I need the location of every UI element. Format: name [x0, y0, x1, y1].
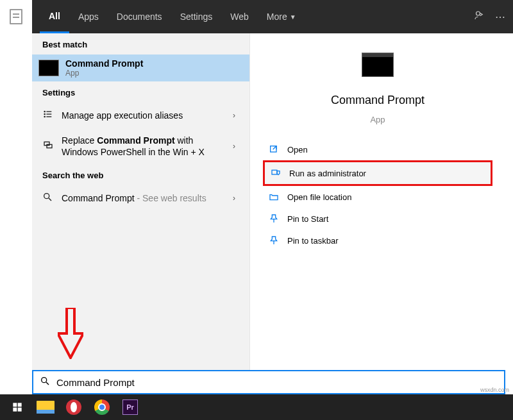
preview-subtitle: App [370, 115, 385, 124]
result-command-prompt[interactable]: Command Prompt App [32, 55, 249, 81]
tab-more[interactable]: More▼ [258, 0, 305, 33]
svg-rect-21 [18, 408, 22, 412]
svg-line-17 [46, 382, 49, 385]
annotation-arrow [58, 308, 83, 359]
preview-pane: Command Prompt App Open Run as administr… [250, 33, 505, 374]
left-rail [0, 0, 32, 33]
tab-documents[interactable]: Documents [108, 0, 171, 33]
document-icon [10, 9, 22, 24]
taskbar-chrome[interactable] [90, 397, 114, 417]
action-label: Open file location [287, 192, 351, 202]
tab-settings[interactable]: Settings [171, 0, 222, 33]
app-icon-large [362, 53, 394, 77]
chevron-right-icon: › [233, 111, 239, 120]
action-label: Open [287, 145, 308, 155]
result-subtitle: App [65, 69, 243, 78]
best-match-label: Best match [32, 33, 249, 55]
taskbar-opera[interactable] [62, 397, 86, 417]
web-result-text: Command Prompt - See web results [62, 193, 225, 203]
chevron-right-icon: › [233, 142, 239, 151]
web-result-command-prompt[interactable]: Command Prompt - See web results › [32, 185, 249, 211]
result-text: Command Prompt App [65, 58, 243, 78]
result-title: Command Prompt [65, 58, 243, 69]
settings-item-replace-powershell[interactable]: Replace Command Prompt with Windows Powe… [32, 128, 249, 164]
list-icon [42, 109, 54, 122]
search-icon [42, 192, 54, 205]
settings-item-aliases[interactable]: Manage app execution aliases › [32, 103, 249, 128]
svg-point-6 [44, 116, 45, 117]
svg-point-5 [44, 113, 45, 114]
action-run-as-administrator[interactable]: Run as administrator [263, 160, 492, 186]
header-right: ⋯ [473, 10, 513, 24]
tab-web[interactable]: Web [221, 0, 258, 33]
tab-all[interactable]: All [40, 0, 69, 33]
pin-taskbar-icon [268, 235, 280, 246]
svg-rect-18 [13, 403, 17, 407]
search-header: All Apps Documents Settings Web More▼ ⋯ [32, 0, 513, 33]
action-open[interactable]: Open [263, 139, 492, 160]
settings-item-text: Manage app execution aliases [62, 110, 225, 121]
svg-line-10 [49, 198, 51, 201]
action-label: Run as administrator [289, 169, 366, 178]
action-label: Pin to taskbar [287, 236, 339, 246]
svg-point-16 [42, 378, 47, 383]
settings-label: Settings [32, 81, 249, 103]
search-icon [40, 376, 50, 389]
pin-start-icon [268, 213, 280, 224]
preview-header: Command Prompt App [250, 53, 505, 139]
svg-rect-20 [13, 408, 17, 412]
action-pin-to-start[interactable]: Pin to Start [263, 208, 492, 230]
action-pin-to-taskbar[interactable]: Pin to taskbar [263, 230, 492, 251]
more-options-icon[interactable]: ⋯ [495, 11, 505, 23]
feedback-icon[interactable] [473, 10, 485, 24]
chevron-down-icon: ▼ [290, 13, 296, 21]
svg-rect-13 [272, 170, 277, 174]
open-icon [268, 144, 280, 155]
start-button[interactable] [5, 397, 29, 417]
svg-line-12 [273, 146, 276, 149]
action-label: Pin to Start [287, 214, 328, 224]
taskbar-premiere[interactable]: Pr [118, 397, 142, 417]
svg-rect-19 [18, 403, 22, 407]
search-panel: Best match Command Prompt App Settings M… [32, 33, 505, 374]
shield-icon [270, 167, 282, 179]
action-list: Open Run as administrator Open file loca… [250, 139, 505, 251]
taskbar: Pr [0, 394, 513, 420]
chevron-right-icon: › [233, 194, 239, 203]
preview-title: Command Prompt [331, 94, 425, 107]
svg-point-9 [44, 194, 49, 199]
search-input[interactable] [56, 377, 498, 388]
swap-icon [42, 140, 54, 153]
svg-point-4 [44, 111, 45, 112]
settings-item-text: Replace Command Prompt with Windows Powe… [62, 135, 225, 158]
search-box[interactable] [32, 370, 505, 394]
cmd-icon [38, 60, 59, 76]
svg-point-0 [476, 12, 480, 15]
filter-tabs: All Apps Documents Settings Web More▼ [32, 0, 305, 33]
watermark: wsxdn.com [480, 387, 509, 393]
taskbar-file-explorer[interactable] [33, 397, 58, 417]
folder-icon [268, 191, 280, 203]
action-open-file-location[interactable]: Open file location [263, 186, 492, 208]
tab-apps[interactable]: Apps [69, 0, 108, 33]
search-web-label: Search the web [32, 164, 249, 185]
